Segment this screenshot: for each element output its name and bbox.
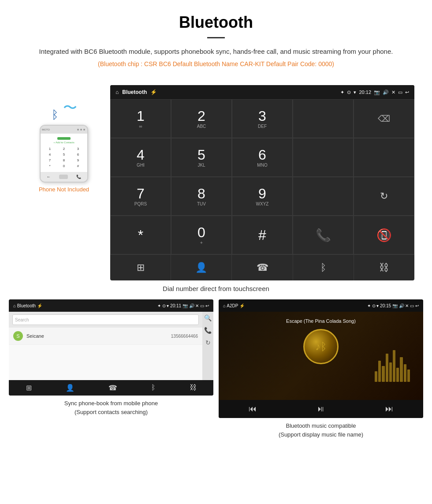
music-equalizer <box>375 347 410 382</box>
toolbar-contacts-btn[interactable]: 👤 <box>171 255 232 280</box>
dial-status-bar: ⌂ Bluetooth ⚡ ✦ ⊙ ▾ 20:12 📷 🔊 ✕ ▭ ↩ <box>110 85 414 99</box>
phone-key-hash: # <box>71 164 85 168</box>
phone-key-7: 7 <box>43 158 56 163</box>
phone-bottom-bar: ← 📞 <box>41 172 87 182</box>
eq-bar-7 <box>396 368 399 382</box>
eq-bar-8 <box>400 357 402 382</box>
phonebook-refresh-icon[interactable]: ↻ <box>205 339 211 346</box>
dial-empty-1 <box>293 99 354 138</box>
close-icon: ✕ <box>391 90 395 95</box>
signal-icon: ▾ <box>354 90 356 95</box>
phone-add-contacts <box>57 137 71 140</box>
camera-icon: 📷 <box>374 90 380 95</box>
phone-dot-1 <box>77 129 79 131</box>
dial-call-red-cell[interactable]: 📵 <box>354 216 414 254</box>
music-next-btn[interactable]: ⏭ <box>385 404 393 414</box>
toolbar-grid-btn[interactable]: ⊞ <box>110 255 171 280</box>
phone-screen: + Add to Contacts 1 2 3 4 5 6 7 8 9 * 0 … <box>41 134 87 172</box>
search-input[interactable]: Search <box>12 314 199 325</box>
dial-key-3[interactable]: 3 DEF <box>232 99 293 138</box>
contact-initial: S <box>16 333 19 339</box>
contact-row: S Seicane 13566664466 <box>9 328 202 345</box>
phone-body: MOTO + Add to Contacts 1 2 3 4 5 6 7 8 9 <box>40 125 88 183</box>
phonebook-search-icon[interactable]: 🔍 <box>204 314 212 321</box>
contact-number: 13566664466 <box>171 334 198 339</box>
music-screen: ⌂ A2DP ⚡ ✦ ⊙ ▾ 20:15 📷 🔊 ✕ ▭ ↩ Escape (T… <box>219 299 423 418</box>
dial-key-5[interactable]: 5 JKL <box>171 138 232 177</box>
phonebook-caption: Sync phone-book from mobile phone (Suppo… <box>64 399 158 416</box>
phone-key-5: 5 <box>57 152 71 157</box>
phone-top-bar: MOTO <box>41 126 87 134</box>
dial-key-4[interactable]: 4 GHI <box>110 138 171 177</box>
phone-menu-label: + Add to Contacts <box>43 141 85 144</box>
phonebook-content: Search S Seicane 13566664466 <box>9 312 202 380</box>
phonebook-toolbar: ⊞ 👤 ☎ ᛒ ⛓ <box>9 380 213 396</box>
eq-bar-3 <box>382 366 384 382</box>
window-icon: ▭ <box>398 90 402 95</box>
music-status-bar: ⌂ A2DP ⚡ ✦ ⊙ ▾ 20:15 📷 🔊 ✕ ▭ ↩ <box>219 299 423 312</box>
dial-key-hash[interactable]: # <box>232 216 293 254</box>
phone-dial-grid: 1 2 3 4 5 6 7 8 9 * 0 # <box>43 145 85 170</box>
home-icon: ⌂ <box>115 89 119 95</box>
dial-key-star[interactable]: * <box>110 216 171 254</box>
usb-icon: ⚡ <box>150 89 157 95</box>
status-right: ✦ ⊙ ▾ 20:12 📷 🔊 ✕ ▭ ↩ <box>340 90 409 95</box>
phonebook-call-icon[interactable]: 📞 <box>204 327 212 334</box>
dial-key-2[interactable]: 2 ABC <box>171 99 232 138</box>
pb-toolbar-link[interactable]: ⛓ <box>190 384 197 392</box>
toolbar-bluetooth-btn[interactable]: ᛒ <box>293 255 354 280</box>
dial-key-6[interactable]: 6 MNO <box>232 138 293 177</box>
phone-call-btn: 📞 <box>76 175 81 179</box>
phonebook-status-bar: ⌂ Bluetooth ⚡ ✦ ⊙ ▾ 20:11 📷 🔊 ✕ ▭ ↩ <box>9 299 213 312</box>
eq-bar-6 <box>393 350 395 382</box>
description-text: Integrated with BC6 Bluetooth module, su… <box>26 46 406 57</box>
android-dial-screen: ⌂ Bluetooth ⚡ ✦ ⊙ ▾ 20:12 📷 🔊 ✕ ▭ ↩ 1 ∞ <box>110 85 414 280</box>
phone-key-0: 0 <box>57 164 71 168</box>
dial-backspace-cell[interactable]: ⌫ <box>354 99 414 138</box>
time-display: 20:12 <box>359 90 371 95</box>
music-note-icon: ♪ᛒ <box>315 340 327 353</box>
toolbar-link-btn[interactable]: ⛓ <box>354 255 414 280</box>
phonebook-status-right: ✦ ⊙ ▾ 20:11 📷 🔊 ✕ ▭ ↩ <box>157 303 209 308</box>
toolbar-phone-btn[interactable]: ☎ <box>232 255 293 280</box>
header-section: Bluetooth Integrated with BC6 Bluetooth … <box>0 0 432 85</box>
contact-avatar: S <box>13 331 23 341</box>
eq-bar-1 <box>375 371 377 382</box>
dial-refresh-cell[interactable]: ↻ <box>354 177 414 216</box>
dial-key-8[interactable]: 8 TUV <box>171 177 232 216</box>
bluetooth-specs: (Bluetooth chip : CSR BC6 Default Blueto… <box>26 60 406 67</box>
back-icon: ↩ <box>405 90 409 95</box>
dial-key-7[interactable]: 7 PQRS <box>110 177 171 216</box>
phonebook-list: Search S Seicane 13566664466 <box>9 312 202 380</box>
contact-name: Seicane <box>26 333 171 339</box>
music-status-left: ⌂ A2DP ⚡ <box>223 303 245 308</box>
backspace-icon: ⌫ <box>378 113 390 124</box>
location-icon: ⊙ <box>347 90 351 95</box>
music-play-pause-btn[interactable]: ⏯ <box>317 404 325 414</box>
music-status-right: ✦ ⊙ ▾ 20:15 📷 🔊 ✕ ▭ ↩ <box>367 303 419 308</box>
volume-icon: 🔊 <box>383 90 389 95</box>
phone-key-3: 3 <box>71 146 85 151</box>
dial-keypad: 1 ∞ 2 ABC 3 DEF ⌫ 4 GHI 5 JKL <box>110 99 414 254</box>
call-red-icon: 📵 <box>376 228 392 243</box>
dial-key-0[interactable]: 0 + <box>171 216 232 254</box>
wifi-icon: 〜 <box>63 98 77 118</box>
bottom-section: ⌂ Bluetooth ⚡ ✦ ⊙ ▾ 20:11 📷 🔊 ✕ ▭ ↩ Sear… <box>0 299 432 439</box>
music-content: Escape (The Pina Colada Song) ♪ᛒ <box>219 312 423 400</box>
dial-bottom-toolbar: ⊞ 👤 ☎ ᛒ ⛓ <box>110 254 414 280</box>
phone-status-text: MOTO <box>41 128 76 131</box>
music-caption: Bluetooth music compatible (Support disp… <box>279 422 363 439</box>
eq-bar-10 <box>407 370 410 382</box>
status-left: ⌂ Bluetooth ⚡ <box>115 89 157 95</box>
dial-key-1[interactable]: 1 ∞ <box>110 99 171 138</box>
phone-dot-2 <box>80 129 82 131</box>
phone-key-star: * <box>43 164 56 168</box>
pb-toolbar-bt[interactable]: ᛒ <box>151 384 156 392</box>
dial-call-green-cell[interactable]: 📞 <box>293 216 354 254</box>
music-prev-btn[interactable]: ⏮ <box>249 404 257 414</box>
dial-key-9[interactable]: 9 WXYZ <box>232 177 293 216</box>
pb-toolbar-grid[interactable]: ⊞ <box>26 384 32 392</box>
middle-section: 〜 ᛒ MOTO + Add to Contacts 1 2 3 4 5 6 <box>0 85 432 280</box>
pb-toolbar-person[interactable]: 👤 <box>66 384 74 392</box>
pb-toolbar-phone[interactable]: ☎ <box>108 384 117 392</box>
